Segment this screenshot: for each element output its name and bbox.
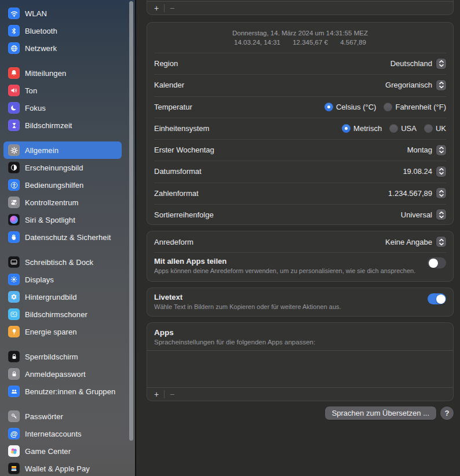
sidebar-item-label: Bluetooth xyxy=(25,27,57,35)
apps-box: Apps Spracheinstellungen für die folgend… xyxy=(147,322,454,401)
sidebar-item-label: Bildschirmschoner xyxy=(25,310,87,319)
region-stepper[interactable] xyxy=(436,59,446,69)
date-format-stepper[interactable] xyxy=(436,166,446,177)
screensaver-icon xyxy=(8,308,20,320)
sidebar-item-internetaccounts[interactable]: @ Internetaccounts xyxy=(3,425,122,442)
radio-metric[interactable]: Metrisch xyxy=(342,124,382,133)
gear-icon xyxy=(8,144,20,156)
lock-icon xyxy=(8,368,20,380)
sidebar-group-desktop: Schreibtisch & Dock Displays Hintergrund… xyxy=(0,253,135,340)
sidebar-item-label: Fokus xyxy=(25,104,46,112)
sidebar-item-bildschirmzeit[interactable]: Bildschirmzeit xyxy=(3,117,122,134)
sidebar-item-label: Netzwerk xyxy=(25,44,57,53)
row-first-weekday: Erster Wochentag Montag xyxy=(147,139,453,161)
sidebar-item-bluetooth[interactable]: Bluetooth xyxy=(3,22,122,39)
first-weekday-stepper[interactable] xyxy=(436,145,446,155)
radio-label: Metrisch xyxy=(353,124,382,133)
language-region-panel: + − Donnerstag, 14. März 2024 um 14:31:5… xyxy=(136,0,460,476)
sidebar-item-energie-sparen[interactable]: Energie sparen xyxy=(3,323,122,340)
sidebar-item-mitteilungen[interactable]: Mitteilungen xyxy=(3,64,122,82)
region-value: Deutschland xyxy=(390,59,432,68)
radio-button[interactable] xyxy=(324,103,333,111)
sidebar-item-bedienungshilfen[interactable]: Bedienungshilfen xyxy=(3,176,122,194)
radio-button[interactable] xyxy=(389,124,398,133)
date-format-value: 19.08.24 xyxy=(403,167,432,176)
add-language-button[interactable]: + xyxy=(151,2,162,14)
sidebar-item-anmeldepasswort[interactable]: Anmeldepasswort xyxy=(3,365,122,383)
sidebar-item-label: Anmeldepasswort xyxy=(25,370,86,379)
sidebar-item-label: Sperrbildschirm xyxy=(25,353,78,361)
sidebar-item-sperrbildschirm[interactable]: Sperrbildschirm xyxy=(3,348,122,365)
share-with-apps-toggle[interactable] xyxy=(428,257,446,268)
preview-line-1: Donnerstag, 14. März 2024 um 14:31:55 ME… xyxy=(147,28,453,38)
share-with-apps-subtitle: Apps können deine Anredeform verwenden, … xyxy=(154,267,446,275)
sidebar-item-passwoerter[interactable]: Passwörter xyxy=(3,408,122,425)
live-text-row: Livetext Wähle Text in Bildern zum Kopie… xyxy=(147,288,453,316)
live-text-box: Livetext Wähle Text in Bildern zum Kopie… xyxy=(147,288,454,317)
sidebar-item-schreibtisch-dock[interactable]: Schreibtisch & Dock xyxy=(3,253,122,271)
remove-language-button[interactable]: − xyxy=(167,2,177,14)
sidebar-item-ton[interactable]: Ton xyxy=(3,82,122,99)
row-label: Erster Wochentag xyxy=(154,146,407,154)
preview-datetime: 14.03.24, 14:31 xyxy=(234,39,280,46)
sort-order-value: Universal xyxy=(401,210,432,219)
key-icon xyxy=(8,410,20,422)
sidebar-item-label: Wallet & Apple Pay xyxy=(25,464,90,473)
languages-list-footer: + − xyxy=(147,1,453,14)
sidebar-item-game-center[interactable]: Game Center xyxy=(3,442,122,460)
sort-order-stepper[interactable] xyxy=(436,209,446,220)
sidebar-item-displays[interactable]: Displays xyxy=(3,271,122,288)
apps-title: Apps xyxy=(154,328,446,337)
sidebar-scrollbar[interactable] xyxy=(129,1,133,441)
radio-fahrenheit[interactable]: Fahrenheit (°F) xyxy=(384,103,446,111)
sidebar-item-label: Bildschirmzeit xyxy=(25,121,72,130)
sidebar-item-wallet-apple-pay[interactable]: Wallet & Apple Pay xyxy=(3,460,122,476)
row-label: Einheitensystem xyxy=(154,124,342,133)
sidebar-item-wlan[interactable]: WLAN xyxy=(3,5,122,22)
apps-list-empty[interactable] xyxy=(147,351,453,387)
radio-button[interactable] xyxy=(384,103,392,111)
radio-button[interactable] xyxy=(342,124,351,133)
sidebar-item-benutzer-gruppen[interactable]: Benutzer:innen & Gruppen xyxy=(3,383,122,400)
live-text-title: Livetext xyxy=(154,293,446,301)
sidebar-item-hintergrundbild[interactable]: Hintergrundbild xyxy=(3,288,122,306)
sidebar-item-siri-spotlight[interactable]: Siri & Spotlight xyxy=(3,211,122,228)
at-icon: @ xyxy=(8,428,20,439)
moon-icon xyxy=(8,102,20,114)
globe-icon xyxy=(8,42,20,54)
help-button[interactable]: ? xyxy=(440,406,454,420)
sidebar-item-label: Energie sparen xyxy=(25,328,77,336)
bluetooth-icon xyxy=(8,25,20,37)
users-icon xyxy=(8,386,20,397)
number-format-stepper[interactable] xyxy=(436,188,446,198)
sidebar-item-kontrollzentrum[interactable]: Kontrollzentrum xyxy=(3,194,122,211)
radio-usa[interactable]: USA xyxy=(389,124,417,133)
form-of-address-stepper[interactable] xyxy=(436,237,446,247)
radio-button[interactable] xyxy=(424,124,433,133)
sidebar-item-label: Ton xyxy=(25,86,37,95)
sidebar-item-erscheinungsbild[interactable]: Erscheinungsbild xyxy=(3,159,122,176)
preview-line-2: 14.03.24, 14:31 12.345,67 € 4.567,89 xyxy=(147,38,453,47)
sidebar-item-bildschirmschoner[interactable]: Bildschirmschoner xyxy=(3,306,122,323)
radio-label: Celsius (°C) xyxy=(336,103,376,111)
live-text-toggle[interactable] xyxy=(428,293,446,304)
radio-celsius[interactable]: Celsius (°C) xyxy=(324,103,376,111)
form-of-address-value: Keine Angabe xyxy=(385,238,432,246)
sidebar-item-label: Schreibtisch & Dock xyxy=(25,258,93,267)
sidebar-group-lock: Sperrbildschirm Anmeldepasswort Benutzer… xyxy=(0,348,135,400)
contrast-icon xyxy=(8,162,20,173)
sidebar-item-fokus[interactable]: Fokus xyxy=(3,99,122,117)
toggles-icon xyxy=(8,197,20,208)
region-settings-box: Donnerstag, 14. März 2024 um 14:31:55 ME… xyxy=(147,22,454,225)
sidebar-item-netzwerk[interactable]: Netzwerk xyxy=(3,39,122,57)
remove-app-button[interactable]: − xyxy=(167,388,177,401)
calendar-stepper[interactable] xyxy=(436,80,446,90)
radio-uk[interactable]: UK xyxy=(424,124,446,133)
sidebar-item-datenschutz-sicherheit[interactable]: Datenschutz & Sicherheit xyxy=(3,228,122,246)
sidebar-item-label: Datenschutz & Sicherheit xyxy=(25,233,111,242)
add-app-button[interactable]: + xyxy=(151,388,162,401)
sidebar-item-allgemein[interactable]: Allgemein xyxy=(3,141,122,159)
translate-languages-button[interactable]: Sprachen zum Übersetzen ... xyxy=(325,406,436,420)
apps-list-footer: + − xyxy=(147,387,453,401)
row-number-format: Zahlenformat 1.234.567,89 xyxy=(147,183,453,204)
